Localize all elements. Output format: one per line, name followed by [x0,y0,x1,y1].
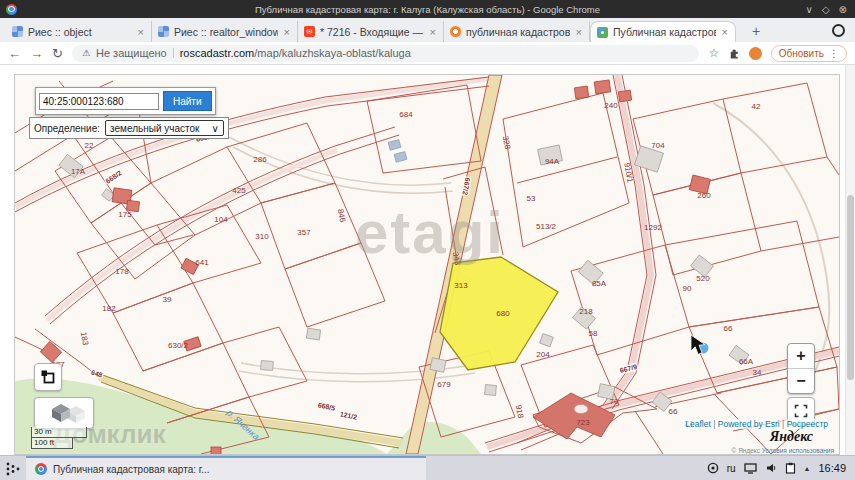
etagi-watermark: etagi [355,203,505,263]
map-label-42: 42 [752,102,761,111]
map-label-39: 39 [163,295,172,304]
url-path: /map/kaluzhskaya-oblast/kaluga [254,47,411,59]
attr-separator: | [782,419,784,429]
map-label-630/2: 630/2 [168,341,189,350]
rosreestr-link[interactable]: Росреестр [787,419,828,429]
map-attribution: Leaflet | Powered by Esri | Росреестр [682,419,831,429]
address-bar: ← → ↻ ⚠ Не защищено roscadastr.com/map/k… [0,42,855,65]
cadastral-map[interactable]: 684668/32217А286425104310175668/23573288… [14,74,840,455]
maximize-icon[interactable]: ◇ [822,4,830,15]
draw-square-icon [41,370,55,384]
zoom-in-button[interactable]: + [788,344,814,369]
forward-icon[interactable]: → [30,47,43,60]
tab-close-icon[interactable]: × [575,26,583,38]
reload-icon[interactable]: ↻ [52,47,63,60]
recorder-icon[interactable] [707,462,719,474]
app-launcher-icon[interactable] [0,460,26,476]
cadastral-number-input[interactable] [39,93,159,110]
zoom-out-button[interactable]: − [788,369,814,393]
tab-yandex-mail[interactable]: ✉ * 7216 - Входящие — Янде × [298,21,444,42]
orange-favicon [450,26,461,37]
tab-label: * 7216 - Входящие — Янде [320,26,424,38]
desktop: Публичная кадастровая карта: г. Калуга (… [0,0,855,480]
map-label-218: 218 [579,307,593,316]
yandex-copyright: © Яндекс [732,447,760,454]
map-label-66: 66 [669,407,678,416]
task-window-title: Публичная кадастровая карта: г... [53,464,210,475]
fullscreen-icon [794,404,808,418]
layers-icon [41,402,87,424]
map-label-641: 641 [195,258,209,267]
extensions-icon[interactable] [728,47,740,59]
taskbar-chrome-window[interactable]: Публичная кадастровая карта: г... [26,456,426,480]
map-label-204: 204 [536,350,550,359]
tab-label: Публичная кадастровая ка [613,26,716,38]
scale-bar: 30 m 100 ft [31,427,87,449]
minimize-icon[interactable]: ∨ [806,4,813,15]
tray-expand-icon[interactable]: ▲ [804,465,811,472]
page-scrollbar[interactable] [845,65,855,455]
map-label-723: 723 [576,418,590,427]
system-tray: ru ▲ 16:49 [707,462,855,474]
leaflet-link[interactable]: Leaflet [685,419,711,429]
map-label-85А: 85А [592,279,607,288]
esri-link[interactable]: Powered by Esri [718,419,780,429]
ries-favicon [158,26,169,37]
bookmark-icon[interactable]: ☆ [708,46,719,60]
tab-label: публичная кадастровая ка [466,26,570,38]
scale-imperial: 100 ft [31,438,73,449]
map-label-66А: 66А [739,357,754,366]
draw-area-button[interactable] [34,363,62,391]
tab-ries-object[interactable]: Риес :: object × [6,21,152,42]
tab-ries-realtor-window[interactable]: Риес :: realtor_window × [152,21,298,42]
kebab-menu-icon[interactable]: ⋮ [829,48,839,59]
omnibox[interactable]: ⚠ Не защищено roscadastr.com/map/kaluzhs… [72,45,700,62]
profile-avatar[interactable] [749,47,762,60]
clipboard-icon[interactable] [785,462,796,474]
display-icon[interactable] [744,463,757,474]
map-label-58: 58 [589,329,598,338]
terms-link[interactable]: Условия использования [762,447,834,454]
tab-label: Риес :: realtor_window [174,26,278,38]
map-label-310: 310 [255,232,269,241]
back-icon[interactable]: ← [8,47,21,60]
chevron-down-icon: ∨ [211,123,218,134]
tab-close-icon[interactable]: × [429,26,437,38]
layers-button[interactable] [34,397,94,429]
tab-strip: Риес :: object × Риес :: realtor_window … [0,18,855,42]
clock: 16:49 [818,462,846,474]
ries-favicon [12,26,23,37]
tab-close-icon[interactable]: × [721,26,729,38]
window-title: Публичная кадастровая карта: г. Калуга (… [0,4,855,15]
map-label-175: 175 [118,210,132,219]
map-label-53: 53 [527,194,536,203]
tab-label: Риес :: object [28,26,132,38]
close-icon[interactable]: ⊗ [839,4,847,15]
tab-cadastral-map-active[interactable]: Публичная кадастровая ка × [590,21,736,42]
map-label-17А: 17А [71,167,86,176]
volume-icon[interactable] [765,462,777,474]
tab-close-icon[interactable]: × [283,26,291,38]
map-label-513/2: 513/2 [536,222,557,231]
chrome-icon [35,463,47,475]
map-label-66: 66 [724,324,733,333]
tab-cadastral-map-1[interactable]: публичная кадастровая ка × [444,21,590,42]
security-label: Не защищено [96,47,167,59]
map-label-425: 425 [232,186,246,195]
map-label-684: 684 [399,110,413,119]
map-label-94А: 94А [545,157,560,166]
tab-close-icon[interactable]: × [137,26,145,38]
map-label-679: 679 [437,380,451,389]
map-label-520: 520 [696,274,710,283]
scrollbar-thumb[interactable] [847,195,854,380]
find-button[interactable]: Найти [163,91,212,111]
object-type-select[interactable]: земельный участок ∨ [105,120,224,136]
zoom-control: + − [787,343,815,394]
new-tab-button[interactable]: + [744,23,768,42]
not-secure-icon: ⚠ [82,48,90,58]
tab-list-icon[interactable] [832,24,845,37]
map-label-357: 357 [297,228,311,237]
update-chrome-button[interactable]: Обновить ⋮ [771,45,847,62]
yandex-mail-icon: ✉ [304,26,315,37]
keyboard-layout-indicator[interactable]: ru [727,463,736,474]
